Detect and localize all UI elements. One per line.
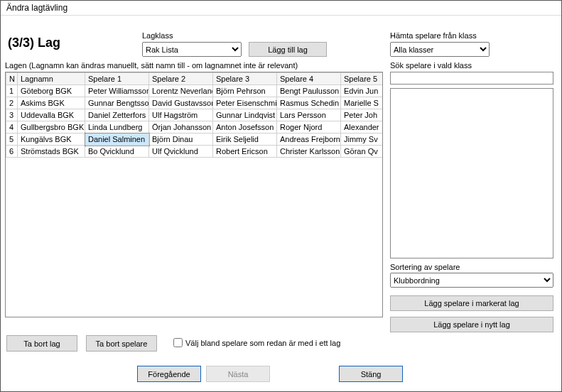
table-cell[interactable]: Andreas Frejborn: [277, 134, 341, 146]
table-cell[interactable]: Daniel Salminen: [85, 134, 149, 146]
table-cell[interactable]: Ulf Hagström: [149, 109, 213, 121]
add-player-to-selected-team-button[interactable]: Lägg spelare i markerat lag: [390, 295, 553, 311]
table-cell[interactable]: Askims BGK: [18, 97, 85, 109]
search-label: Sök spelare i vald klass: [390, 61, 472, 70]
column-header[interactable]: Spelare 1: [85, 73, 149, 85]
table-cell[interactable]: Daniel Zetterfors: [85, 109, 149, 121]
table-cell[interactable]: Peter Joh: [341, 109, 384, 121]
table-cell[interactable]: 2: [6, 97, 18, 109]
table-cell[interactable]: Anton Josefsson: [213, 121, 277, 134]
window-titlebar: Ändra lagtävling: [1, 1, 561, 16]
teams-table[interactable]: NLagnamnSpelare 1Spelare 2Spelare 3Spela…: [6, 72, 383, 158]
page-title: (3/3) Lag: [8, 36, 60, 50]
table-row[interactable]: 1Göteborg BGKPeter WilliamssonLorentz Ne…: [6, 85, 384, 97]
table-cell[interactable]: David Gustavsson: [149, 97, 213, 109]
table-cell[interactable]: Rasmus Schedin: [277, 97, 341, 109]
table-cell[interactable]: Linda Lundberg: [85, 121, 149, 134]
add-team-button[interactable]: Lägg till lag: [249, 42, 327, 57]
sort-select[interactable]: Klubbordning: [390, 273, 553, 288]
table-cell[interactable]: Bengt Paulusson: [277, 85, 341, 97]
window-title: Ändra lagtävling: [6, 3, 67, 13]
table-cell[interactable]: Edvin Jun: [341, 85, 384, 97]
table-cell[interactable]: Christer Karlsson: [277, 146, 341, 158]
table-cell[interactable]: Peter Eisenschmidt: [213, 97, 277, 109]
lagklass-label: Lagklass: [142, 31, 173, 40]
add-player-to-new-team-button[interactable]: Lägg spelare i nytt lag: [390, 317, 553, 332]
remove-player-button[interactable]: Ta bort spelare: [86, 335, 157, 352]
next-button: Nästa: [206, 366, 270, 382]
table-row[interactable]: 5Kungälvs BGKDaniel SalminenBjörn DinauE…: [6, 134, 384, 146]
table-cell[interactable]: Jimmy Sv: [341, 134, 384, 146]
column-header[interactable]: N: [6, 73, 18, 85]
table-cell[interactable]: Örjan Johansson: [149, 121, 213, 134]
table-row[interactable]: 3Uddevalla BGKDaniel ZetterforsUlf Hagst…: [6, 109, 384, 121]
table-cell[interactable]: 3: [6, 109, 18, 121]
hamta-select[interactable]: Alla klasser: [390, 42, 490, 57]
table-cell[interactable]: Göteborg BGK: [18, 85, 85, 97]
column-header[interactable]: Spelare 2: [149, 73, 213, 85]
table-cell[interactable]: Ulf Qvicklund: [149, 146, 213, 158]
table-cell[interactable]: Björn Dinau: [149, 134, 213, 146]
table-cell[interactable]: Peter Williamsson: [85, 85, 149, 97]
close-button[interactable]: Stäng: [339, 366, 403, 382]
table-cell[interactable]: 5: [6, 134, 18, 146]
table-cell[interactable]: Lorentz Neverland: [149, 85, 213, 97]
include-existing-checkbox[interactable]: [173, 338, 183, 347]
table-cell[interactable]: Robert Ericson: [213, 146, 277, 158]
column-header[interactable]: Spelare 5: [341, 73, 384, 85]
table-cell[interactable]: Göran Qv: [341, 146, 384, 158]
teams-table-label: Lagen (Lagnamn kan ändras manuellt, sätt…: [5, 61, 298, 70]
table-cell[interactable]: Eirik Seljelid: [213, 134, 277, 146]
column-header[interactable]: Spelare 3: [213, 73, 277, 85]
table-cell[interactable]: Uddevalla BGK: [18, 109, 85, 121]
previous-button[interactable]: Föregående: [137, 366, 201, 382]
table-cell[interactable]: Kungälvs BGK: [18, 134, 85, 146]
table-cell[interactable]: 4: [6, 121, 18, 134]
search-input[interactable]: [390, 72, 553, 85]
player-listbox[interactable]: [390, 88, 553, 258]
teams-table-hscroll[interactable]: [5, 318, 383, 330]
remove-team-button[interactable]: Ta bort lag: [6, 335, 77, 352]
include-existing-label: Välj bland spelare som redan är med i et…: [185, 339, 340, 347]
table-cell[interactable]: 1: [6, 85, 18, 97]
table-cell[interactable]: Strömstads BGK: [18, 146, 85, 158]
include-existing-checkbox-wrap: Välj bland spelare som redan är med i et…: [173, 338, 340, 347]
table-cell[interactable]: Alexander: [341, 121, 384, 134]
lagklass-select[interactable]: Rak Lista: [142, 42, 242, 57]
table-cell[interactable]: Gullbergsbro BGK: [18, 121, 85, 134]
hamta-label: Hämta spelare från klass: [390, 31, 477, 40]
table-cell[interactable]: Björn Pehrson: [213, 85, 277, 97]
sort-label: Sortering av spelare: [390, 263, 460, 271]
table-cell[interactable]: Roger Njord: [277, 121, 341, 134]
teams-table-container: NLagnamnSpelare 1Spelare 2Spelare 3Spela…: [5, 72, 383, 317]
table-cell[interactable]: 6: [6, 146, 18, 158]
column-header[interactable]: Lagnamn: [18, 73, 85, 85]
table-cell[interactable]: Lars Persson: [277, 109, 341, 121]
dialog-content: (3/3) Lag Lagklass Rak Lista Lägg till l…: [1, 16, 561, 391]
column-header[interactable]: Spelare 4: [277, 73, 341, 85]
table-cell[interactable]: Marielle S: [341, 97, 384, 109]
table-row[interactable]: 4Gullbergsbro BGKLinda LundbergÖrjan Joh…: [6, 121, 384, 134]
table-cell[interactable]: Gunnar Bengtsson: [85, 97, 149, 109]
table-cell[interactable]: Gunnar Lindqvist: [213, 109, 277, 121]
table-cell[interactable]: Bo Qvicklund: [85, 146, 149, 158]
table-row[interactable]: 2Askims BGKGunnar BengtssonDavid Gustavs…: [6, 97, 384, 109]
table-row[interactable]: 6Strömstads BGKBo QvicklundUlf Qvicklund…: [6, 146, 384, 158]
